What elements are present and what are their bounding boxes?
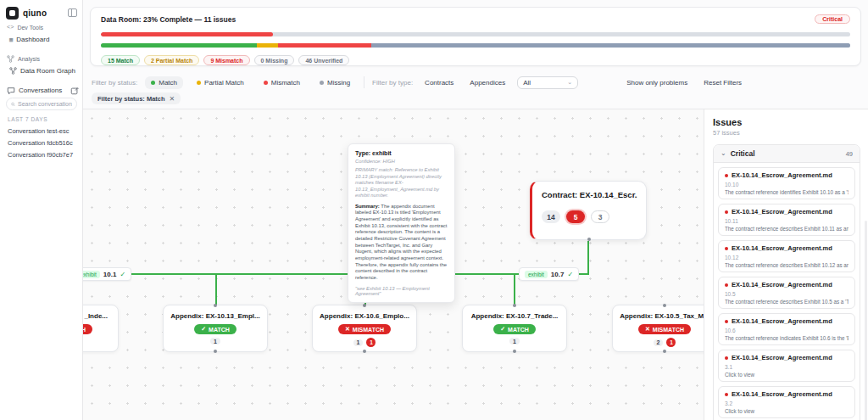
issue-card[interactable]: EX-10.14_Escrow_Agreement.md 10.5 The co… bbox=[718, 277, 855, 309]
node-handle bbox=[587, 238, 591, 241]
node-handle bbox=[663, 304, 666, 307]
search-icon bbox=[11, 101, 15, 108]
issue-card[interactable]: EX-10.14_Escrow_Agreement.md 3.1 Click t… bbox=[718, 350, 855, 382]
filter-status-mismatch[interactable]: Mismatch bbox=[258, 76, 306, 89]
node-handle bbox=[663, 350, 666, 353]
issue-card[interactable]: EX-10.14_Escrow_Agreement.md 3.2 Click t… bbox=[718, 386, 855, 418]
conversation-item[interactable]: Conversation test-esc bbox=[8, 126, 80, 136]
issues-panel: Issues 57 issues ⌄ Critical 49 EX-10.14_… bbox=[704, 109, 868, 420]
chevron-down-icon: ⌄ bbox=[567, 79, 572, 86]
graph-canvas[interactable]: exhibit 10.1 ✓ exhibit 10.13 ✓ exhibit 1… bbox=[83, 109, 704, 420]
node-handle bbox=[363, 350, 366, 353]
contract-node-title: Contract: EX-10.14_Escr... bbox=[542, 190, 637, 199]
show-only-problems-button[interactable]: Show only problems bbox=[622, 76, 692, 89]
appendix-node-ex-10-5[interactable]: Appendix: EX-10.5_Tax_M... ✕MISMATCH 2 1 bbox=[612, 305, 704, 352]
app-logo-icon bbox=[6, 7, 19, 20]
code-icon: <> bbox=[7, 24, 14, 31]
issues-list: EX-10.14_Escrow_Agreement.md 10.10 The c… bbox=[714, 163, 860, 420]
graph-edge bbox=[514, 273, 515, 305]
issue-card[interactable]: EX-10.14_Escrow_Agreement.md 10.6 The co… bbox=[718, 313, 855, 345]
filter-type-contracts[interactable]: Contracts bbox=[420, 76, 458, 89]
mismatch-pill: ✕MISMATCH bbox=[83, 324, 92, 334]
issue-count-badge: 1 bbox=[366, 338, 376, 347]
critical-status-badge: Critical bbox=[815, 14, 850, 24]
data-room-summary-card: Data Room: 23% Complete — 11 issues Crit… bbox=[90, 7, 861, 66]
conversation-item[interactable]: Conversation f90cb7e7 bbox=[8, 149, 80, 160]
edge-label-exhibit-10-1[interactable]: exhibit 10.1 ✓ bbox=[83, 267, 131, 281]
graph-icon bbox=[7, 55, 14, 63]
graph-icon bbox=[9, 67, 17, 75]
red-dot-icon bbox=[725, 320, 728, 323]
filter-status-missing[interactable]: Missing bbox=[314, 76, 356, 89]
issue-card[interactable]: EX-10.14_Escrow_Agreement.md 10.10 The c… bbox=[718, 167, 855, 199]
red-dot-icon bbox=[725, 283, 728, 287]
scrollbar[interactable] bbox=[865, 221, 867, 420]
history-label: LAST 7 DAYS bbox=[8, 116, 47, 122]
red-dot-icon bbox=[264, 81, 268, 85]
critical-group-header[interactable]: ⌄ Critical 49 bbox=[714, 145, 860, 163]
link-count: 1 bbox=[353, 339, 364, 346]
critical-group-count: 49 bbox=[846, 150, 853, 158]
missing-count-badge: 0 Missing bbox=[254, 55, 295, 65]
node-handle bbox=[214, 350, 217, 353]
filter-type-label: Filter by type: bbox=[372, 79, 413, 87]
contract-unverified-badge: 3 bbox=[591, 210, 609, 223]
appendix-node-ex-10-13[interactable]: Appendix: EX-10.13_Empl... ✓MATCH 1 bbox=[163, 305, 268, 352]
data-room-progress-title: Data Room: 23% Complete — 11 issues bbox=[101, 15, 236, 24]
edge-tooltip: Type: exhibit Confidence: HIGH PRIMARY m… bbox=[348, 143, 455, 303]
yellow-dot-icon bbox=[197, 81, 201, 85]
issue-count-badge: 1 bbox=[666, 338, 676, 347]
critical-issues-group: ⌄ Critical 49 EX-10.14_Escrow_Agreement.… bbox=[713, 144, 860, 420]
graph-edge bbox=[215, 273, 217, 305]
conversation-item[interactable]: Conversation fdcb516c bbox=[8, 137, 80, 148]
completion-progress-bar bbox=[101, 32, 850, 36]
tooltip-primary-note: PRIMARY match: Reference to Exhibit 10.1… bbox=[355, 167, 448, 199]
graph-edge bbox=[83, 273, 588, 275]
node-handle bbox=[513, 304, 516, 307]
logo-row: qiuno bbox=[6, 5, 77, 20]
tooltip-type: Type: exhibit bbox=[355, 150, 448, 156]
node-handle bbox=[363, 304, 366, 307]
contract-node[interactable]: Contract: EX-10.14_Escr... 14 5 3 bbox=[530, 181, 647, 240]
match-pill: ✓MATCH bbox=[493, 324, 536, 334]
gray-dot-icon bbox=[320, 81, 324, 85]
red-dot-icon bbox=[725, 174, 728, 177]
sidebar-section-dev-tools[interactable]: <> Dev Tools bbox=[7, 22, 79, 32]
filter-status-partial-match[interactable]: Partial Match bbox=[191, 76, 250, 89]
link-count: 1 bbox=[210, 338, 220, 344]
type-select[interactable]: All ⌄ bbox=[517, 76, 578, 89]
sidebar-item-dashboard[interactable]: ▦ Dashboard bbox=[7, 34, 79, 45]
appendix-node-ex-10-7[interactable]: Appendix: EX-10.7_Trade... ✓MATCH 1 bbox=[462, 305, 567, 352]
tooltip-quote: "see Exhibit 10.13 — Employment Agreemen… bbox=[355, 286, 448, 296]
compose-icon[interactable] bbox=[70, 87, 79, 95]
node-handle bbox=[513, 350, 516, 353]
tooltip-summary: Summary: The appendix document labeled E… bbox=[355, 204, 448, 282]
reset-filters-button[interactable]: Reset Filters bbox=[699, 76, 746, 89]
appendix-node-partial[interactable]: _Inde... ✕MISMATCH bbox=[83, 305, 119, 352]
status-count-badges: 15 Match 2 Partial Match 9 Mismatch 0 Mi… bbox=[101, 55, 850, 65]
contract-total-badge: 14 bbox=[542, 210, 560, 223]
chat-icon bbox=[7, 87, 15, 95]
red-dot-icon bbox=[725, 247, 728, 250]
search-input[interactable] bbox=[18, 101, 72, 107]
issue-card[interactable]: EX-10.14_Escrow_Agreement.md 10.11 The c… bbox=[718, 204, 855, 236]
active-filter-chip[interactable]: Filter by status: Match ✕ bbox=[92, 92, 181, 104]
tooltip-confidence: Confidence: HIGH bbox=[355, 159, 448, 164]
check-icon: ✓ bbox=[567, 271, 573, 278]
check-icon: ✓ bbox=[120, 271, 125, 278]
conversation-search[interactable] bbox=[6, 98, 77, 110]
link-count: 1 bbox=[509, 338, 520, 344]
sidebar-collapse-icon[interactable] bbox=[68, 8, 77, 17]
appendix-node-ex-10-6[interactable]: Appendix: EX-10.6_Emplo... ✕MISMATCH 1 1 bbox=[312, 305, 417, 352]
edge-label-exhibit-10-7[interactable]: exhibit 10.7 ✓ bbox=[519, 267, 579, 281]
mismatch-count-badge: 9 Mismatch bbox=[203, 55, 249, 65]
chevron-down-icon: ⌄ bbox=[721, 151, 726, 156]
issue-card[interactable]: EX-10.14_Escrow_Agreement.md 10.12 The c… bbox=[718, 240, 855, 272]
filter-status-label: Filter by status: bbox=[92, 79, 137, 87]
filter-type-appendices[interactable]: Appendices bbox=[465, 76, 509, 89]
filter-status-match[interactable]: Match bbox=[145, 76, 183, 89]
sidebar-item-conversations[interactable]: Conversations bbox=[7, 85, 79, 96]
sidebar-item-data-room-graph[interactable]: Data Room Graph bbox=[7, 65, 79, 76]
sidebar-section-analysis[interactable]: Analysis bbox=[7, 53, 79, 64]
close-icon[interactable]: ✕ bbox=[170, 95, 175, 103]
